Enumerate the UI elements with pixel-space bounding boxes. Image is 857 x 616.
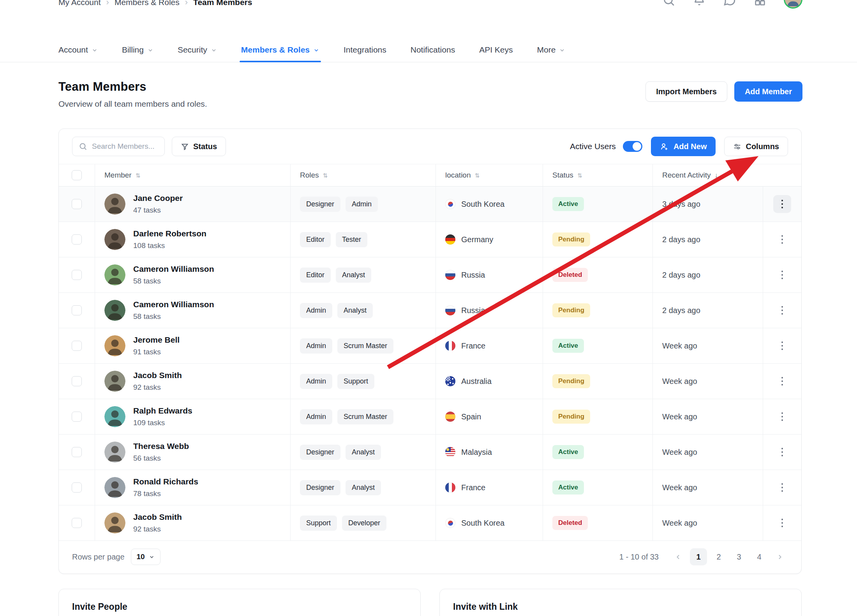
member-avatar <box>104 477 125 498</box>
row-checkbox[interactable] <box>72 199 82 209</box>
location-name: Malaysia <box>461 448 492 457</box>
member-cell: Jerome Bell 91 tasks <box>95 328 291 363</box>
row-actions-cell <box>763 222 801 257</box>
role-badge-analyst: Analyst <box>337 303 373 318</box>
row-select-cell <box>59 187 95 222</box>
row-menu-button[interactable] <box>773 231 791 248</box>
topbar-icons <box>662 0 802 9</box>
chat-icon[interactable] <box>723 0 736 7</box>
status-badge: Pending <box>552 374 590 388</box>
tab-notifications[interactable]: Notifications <box>411 37 455 62</box>
add-member-button[interactable]: Add Member <box>734 81 802 102</box>
breadcrumb-item-team-members[interactable]: Team Members <box>193 0 252 7</box>
sort-icon[interactable]: ↓ <box>715 172 718 179</box>
status-cell: Pending <box>543 222 653 257</box>
sort-icon[interactable]: ⇅ <box>136 172 141 178</box>
column-header-member[interactable]: Member⇅ <box>95 164 291 186</box>
row-checkbox[interactable] <box>72 518 82 528</box>
breadcrumb-item-my-account[interactable]: My Account <box>58 0 101 7</box>
sort-icon[interactable]: ⇅ <box>577 172 582 178</box>
member-avatar <box>104 229 125 250</box>
member-name: Jacob Smith <box>133 371 182 380</box>
role-badge-analyst: Analyst <box>346 445 381 460</box>
role-badge-editor: Editor <box>300 268 331 283</box>
invite-with-link-title: Invite with Link <box>453 602 788 612</box>
prev-page-button[interactable] <box>670 548 687 565</box>
search-members-input[interactable] <box>72 137 165 156</box>
active-users-toggle[interactable] <box>623 141 642 152</box>
columns-button[interactable]: Columns <box>724 137 788 156</box>
location-cell: Russia <box>436 257 543 292</box>
member-avatar <box>104 512 125 533</box>
bell-icon[interactable] <box>693 0 706 7</box>
status-badge: Active <box>552 445 584 459</box>
row-actions-cell <box>763 364 801 399</box>
apps-grid-icon[interactable] <box>753 0 767 7</box>
kr-flag-icon <box>445 518 455 528</box>
sort-icon[interactable]: ⇅ <box>323 172 328 178</box>
row-menu-button[interactable] <box>773 266 791 284</box>
location-name: France <box>461 483 485 492</box>
tab-account[interactable]: Account <box>58 37 98 62</box>
select-all-checkbox[interactable] <box>72 170 82 180</box>
status-filter-button[interactable]: Status <box>172 137 226 156</box>
page-button-4[interactable]: 4 <box>751 548 768 565</box>
roles-cell: EditorAnalyst <box>291 257 436 292</box>
user-avatar[interactable] <box>784 0 802 9</box>
next-page-button[interactable] <box>771 548 788 565</box>
row-checkbox[interactable] <box>72 234 82 245</box>
row-checkbox[interactable] <box>72 270 82 280</box>
row-checkbox[interactable] <box>72 341 82 351</box>
sort-icon[interactable]: ⇅ <box>475 172 480 178</box>
role-badge-analyst: Analyst <box>336 268 371 283</box>
row-checkbox[interactable] <box>72 447 82 457</box>
row-menu-button[interactable] <box>773 372 791 390</box>
table-row: Jerome Bell 91 tasks AdminScrum Master F… <box>59 328 801 364</box>
row-menu-button[interactable] <box>773 195 791 213</box>
rows-per-page-select[interactable]: 10 <box>131 549 160 565</box>
status-badge: Active <box>552 339 584 353</box>
row-menu-button[interactable] <box>773 514 791 532</box>
row-checkbox[interactable] <box>72 305 82 315</box>
page-button-2[interactable]: 2 <box>710 548 727 565</box>
row-select-cell <box>59 435 95 470</box>
recent-activity-cell: Week ago <box>653 435 763 470</box>
chevron-down-icon <box>313 47 319 53</box>
role-badge-admin: Admin <box>300 303 332 318</box>
page-button-3[interactable]: 3 <box>730 548 748 565</box>
row-checkbox[interactable] <box>72 376 82 386</box>
breadcrumb-item-members-roles[interactable]: Members & Roles <box>115 0 180 7</box>
import-members-button[interactable]: Import Members <box>645 81 727 102</box>
page-button-1[interactable]: 1 <box>690 548 707 565</box>
row-menu-button[interactable] <box>773 408 791 426</box>
row-menu-button[interactable] <box>773 337 791 355</box>
role-badge-designer: Designer <box>300 480 340 495</box>
tab-more[interactable]: More <box>537 37 566 62</box>
row-menu-button[interactable] <box>773 301 791 319</box>
add-new-button[interactable]: Add New <box>651 137 716 156</box>
search-icon[interactable] <box>662 0 675 7</box>
column-header-status[interactable]: Status⇅ <box>543 164 653 186</box>
column-header-location[interactable]: location⇅ <box>436 164 543 186</box>
role-badge-developer: Developer <box>342 516 386 531</box>
tab-security[interactable]: Security <box>178 37 217 62</box>
tab-billing[interactable]: Billing <box>122 37 153 62</box>
tab-api-keys[interactable]: API Keys <box>479 37 513 62</box>
location-name: France <box>461 341 485 350</box>
page-subtitle: Overview of all team members and roles. <box>58 99 207 109</box>
tab-members-roles[interactable]: Members & Roles <box>241 37 319 62</box>
table-row: Jane Cooper 47 tasks DesignerAdmin South… <box>59 187 801 222</box>
column-header-roles[interactable]: Roles⇅ <box>291 164 436 186</box>
chevron-down-icon <box>211 47 217 53</box>
row-checkbox[interactable] <box>72 412 82 422</box>
column-header-recent-activity[interactable]: Recent Activity↓ <box>653 164 763 186</box>
status-cell: Active <box>543 470 653 505</box>
row-menu-button[interactable] <box>773 443 791 461</box>
table-toolbar: Status Active Users Add New Columns <box>59 129 801 164</box>
row-checkbox[interactable] <box>72 482 82 493</box>
member-name: Jerome Bell <box>133 335 180 345</box>
row-menu-button[interactable] <box>773 479 791 496</box>
search-members-field[interactable] <box>92 142 158 151</box>
fr-flag-icon <box>445 482 455 493</box>
tab-integrations[interactable]: Integrations <box>344 37 386 62</box>
